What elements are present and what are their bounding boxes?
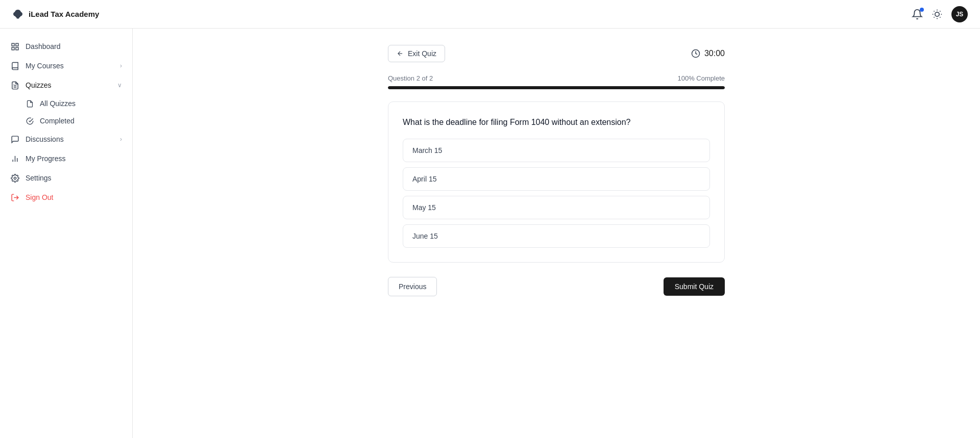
file-icon: [10, 81, 19, 90]
progress-bar-background: [388, 86, 725, 89]
theme-toggle-button[interactable]: [932, 9, 942, 19]
progress-section: Question 2 of 2 100% Complete: [388, 74, 725, 89]
bar-chart-icon: [10, 154, 19, 163]
svg-rect-12: [15, 47, 18, 49]
question-text: What is the deadline for filing Form 104…: [403, 116, 710, 128]
avatar[interactable]: JS: [951, 6, 968, 22]
submit-quiz-button[interactable]: Submit Quiz: [664, 277, 725, 296]
quiz-container: Exit Quiz 30:00 Question 2 of 2 100% Com…: [388, 45, 725, 296]
question-card: What is the deadline for filing Form 104…: [388, 101, 725, 263]
brand-name: iLead Tax Academy: [29, 10, 99, 18]
check-circle-icon: [26, 117, 34, 125]
sidebar-label-quizzes: Quizzes: [26, 81, 52, 89]
sidebar-item-discussions[interactable]: Discussions ›: [0, 130, 132, 149]
brand-icon: [12, 9, 23, 20]
sidebar-label-completed: Completed: [40, 117, 75, 125]
clock-icon: [691, 49, 700, 58]
previous-button[interactable]: Previous: [388, 277, 437, 296]
sidebar-item-settings[interactable]: Settings: [0, 168, 132, 188]
brand-logo: iLead Tax Academy: [12, 9, 99, 20]
notification-dot: [920, 8, 924, 12]
svg-point-18: [14, 177, 16, 179]
sidebar-label-all-quizzes: All Quizzes: [40, 99, 76, 108]
sidebar-item-my-progress[interactable]: My Progress: [0, 149, 132, 168]
chat-icon: [10, 135, 19, 144]
main-content: Exit Quiz 30:00 Question 2 of 2 100% Com…: [133, 29, 980, 438]
timer-display: 30:00: [691, 49, 725, 58]
svg-line-8: [940, 11, 940, 11]
sidebar-label-my-courses: My Courses: [26, 62, 64, 70]
answer-option-a[interactable]: March 15: [403, 139, 710, 162]
grid-icon: [10, 42, 19, 51]
exit-quiz-button[interactable]: Exit Quiz: [388, 45, 445, 62]
sidebar-item-sign-out[interactable]: Sign Out: [0, 188, 132, 207]
signout-icon: [10, 193, 19, 202]
progress-labels: Question 2 of 2 100% Complete: [388, 74, 725, 82]
top-navbar: iLead Tax Academy JS: [0, 0, 980, 29]
svg-line-4: [940, 17, 940, 17]
quiz-navigation: Previous Submit Quiz: [388, 277, 725, 296]
answer-option-c[interactable]: May 15: [403, 196, 710, 219]
svg-rect-10: [15, 43, 18, 46]
sun-icon: [932, 9, 942, 19]
chevron-right-icon-disc: ›: [120, 136, 122, 143]
svg-line-3: [934, 11, 935, 11]
chevron-right-icon: ›: [120, 62, 122, 69]
exit-quiz-label: Exit Quiz: [408, 49, 436, 58]
sidebar-label-discussions: Discussions: [26, 135, 64, 143]
sidebar-item-completed[interactable]: Completed: [0, 112, 132, 130]
gear-icon: [10, 173, 19, 183]
arrow-left-icon: [397, 50, 404, 57]
notification-button[interactable]: [912, 9, 923, 20]
main-layout: Dashboard My Courses ›: [0, 29, 980, 438]
progress-bar-fill: [388, 86, 725, 89]
file-small-icon: [26, 99, 34, 108]
quiz-header: Exit Quiz 30:00: [388, 45, 725, 62]
chevron-down-icon: ∨: [117, 82, 122, 89]
sidebar-item-dashboard[interactable]: Dashboard: [0, 37, 132, 56]
sidebar-label-dashboard: Dashboard: [26, 42, 61, 50]
svg-rect-11: [12, 47, 14, 49]
sidebar: Dashboard My Courses ›: [0, 29, 133, 438]
svg-line-7: [934, 17, 935, 17]
sidebar-label-settings: Settings: [26, 174, 52, 182]
sidebar-item-quizzes[interactable]: Quizzes ∨: [0, 75, 132, 95]
svg-rect-9: [12, 43, 14, 46]
book-icon: [10, 61, 19, 70]
svg-point-0: [935, 12, 939, 16]
sidebar-label-sign-out: Sign Out: [26, 193, 53, 201]
topnav-icons: JS: [912, 6, 968, 22]
sidebar-label-my-progress: My Progress: [26, 154, 66, 163]
sidebar-item-my-courses[interactable]: My Courses ›: [0, 56, 132, 75]
answer-option-d[interactable]: June 15: [403, 224, 710, 248]
answer-option-b[interactable]: April 15: [403, 167, 710, 191]
completion-label: 100% Complete: [678, 74, 725, 82]
question-progress-label: Question 2 of 2: [388, 74, 433, 82]
timer-value: 30:00: [704, 49, 725, 58]
sidebar-item-all-quizzes[interactable]: All Quizzes: [0, 95, 132, 112]
